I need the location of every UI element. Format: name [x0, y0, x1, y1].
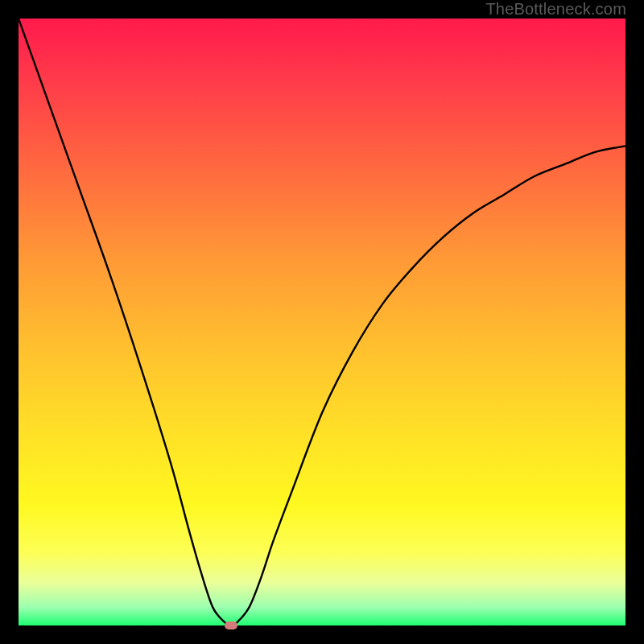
bottleneck-curve-svg: [19, 19, 625, 625]
chart-frame: [19, 19, 625, 625]
minimum-marker: [225, 621, 237, 630]
watermark-text: TheBottleneck.com: [485, 0, 626, 19]
bottleneck-curve-path: [19, 19, 625, 625]
